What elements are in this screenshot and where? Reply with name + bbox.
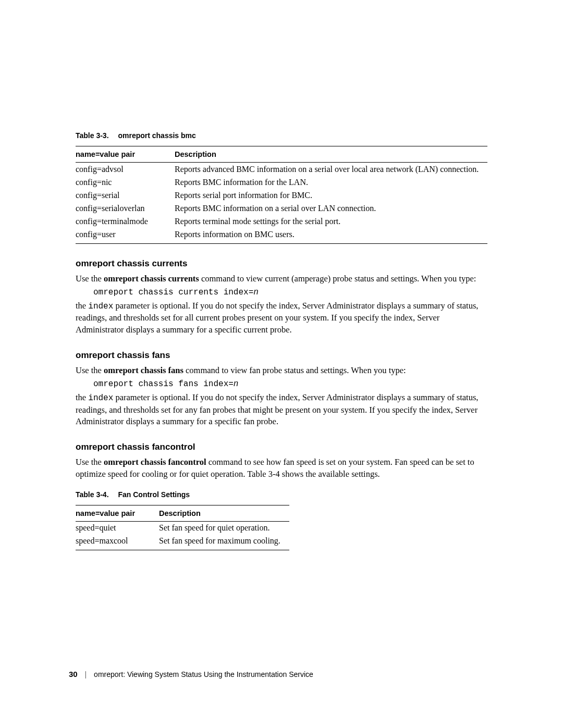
cell-name: config=user bbox=[76, 228, 175, 243]
table-3-4-head-desc: Description bbox=[159, 505, 289, 521]
table-row: config=serialoverlan Reports BMC informa… bbox=[76, 202, 487, 215]
cell-desc: Reports serial port information for BMC. bbox=[175, 189, 487, 202]
footer-text: omreport: Viewing System Status Using th… bbox=[94, 670, 313, 678]
code-text: omreport chassis fans index= bbox=[93, 379, 234, 389]
command-bold: omreport chassis fans bbox=[104, 365, 183, 375]
table-row: config=terminalmode Reports terminal mod… bbox=[76, 215, 487, 228]
table-3-4-title: Fan Control Settings bbox=[118, 490, 190, 499]
table-row: speed=quiet Set fan speed for quiet oper… bbox=[76, 521, 289, 535]
cell-desc: Set fan speed for quiet operation. bbox=[159, 521, 289, 535]
page-footer: 30 | omreport: Viewing System Status Usi… bbox=[69, 670, 313, 678]
text: Use the bbox=[76, 365, 104, 375]
section-fans-title: omreport chassis fans bbox=[76, 350, 487, 361]
table-row: config=advsol Reports advanced BMC infor… bbox=[76, 163, 487, 176]
text: Use the bbox=[76, 457, 104, 467]
table-row: config=user Reports information on BMC u… bbox=[76, 228, 487, 243]
table-3-4-head-name: name=value pair bbox=[76, 505, 159, 521]
table-3-4-number: Table 3-4. bbox=[76, 490, 109, 499]
cell-name: speed=quiet bbox=[76, 521, 159, 535]
section-fans-para2: the index parameter is optional. If you … bbox=[76, 392, 487, 427]
cell-desc: Reports terminal mode settings for the s… bbox=[175, 215, 487, 228]
cell-desc: Reports advanced BMC information on a se… bbox=[175, 163, 487, 176]
cell-desc: Reports BMC information on a serial over… bbox=[175, 202, 487, 215]
table-row: config=serial Reports serial port inform… bbox=[76, 189, 487, 202]
table-3-3-title: omreport chassis bmc bbox=[118, 131, 195, 140]
section-currents-title: omreport chassis currents bbox=[76, 258, 487, 269]
text: command to view fan probe status and set… bbox=[183, 365, 406, 375]
cell-desc: Reports BMC information for the LAN. bbox=[175, 176, 487, 189]
page-number: 30 bbox=[69, 670, 78, 678]
text: parameter is optional. If you do not spe… bbox=[76, 301, 479, 335]
section-fans-para1: Use the omreport chassis fans command to… bbox=[76, 365, 487, 376]
cell-desc: Set fan speed for maximum cooling. bbox=[159, 535, 289, 550]
table-3-4: name=value pair Description speed=quiet … bbox=[76, 505, 289, 551]
table-3-3-number: Table 3-3. bbox=[76, 131, 109, 140]
text: the bbox=[76, 301, 88, 311]
section-currents-para1: Use the omreport chassis currents comman… bbox=[76, 273, 487, 285]
table-row: config=nic Reports BMC information for t… bbox=[76, 176, 487, 189]
cell-name: config=terminalmode bbox=[76, 215, 175, 228]
section-fancontrol-para1: Use the omreport chassis fancontrol comm… bbox=[76, 456, 487, 480]
cell-name: config=advsol bbox=[76, 163, 175, 176]
section-currents-code: omreport chassis currents index=n bbox=[93, 288, 487, 297]
table-3-3-head-name: name=value pair bbox=[76, 146, 175, 163]
cell-name: config=serialoverlan bbox=[76, 202, 175, 215]
text: command to view current (amperage) probe… bbox=[199, 274, 476, 283]
code-var: n bbox=[234, 379, 239, 389]
section-fancontrol-title: omreport chassis fancontrol bbox=[76, 442, 487, 452]
cell-name: speed=maxcool bbox=[76, 535, 159, 550]
table-3-3: name=value pair Description config=advso… bbox=[76, 146, 487, 244]
footer-divider: | bbox=[85, 670, 87, 678]
cell-name: config=nic bbox=[76, 176, 175, 189]
cell-desc: Reports information on BMC users. bbox=[175, 228, 487, 243]
table-3-3-head-desc: Description bbox=[175, 146, 487, 163]
table-3-4-caption: Table 3-4. Fan Control Settings bbox=[76, 490, 487, 499]
text: the bbox=[76, 392, 88, 402]
command-bold: omreport chassis currents bbox=[104, 274, 199, 283]
page: Table 3-3. omreport chassis bmc name=val… bbox=[0, 0, 563, 728]
text: parameter is optional. If you do not spe… bbox=[76, 392, 479, 426]
code-text: omreport chassis currents index= bbox=[93, 288, 253, 297]
inline-code: index bbox=[88, 393, 113, 403]
section-fans-code: omreport chassis fans index=n bbox=[93, 379, 487, 389]
section-currents-para2: the index parameter is optional. If you … bbox=[76, 300, 487, 336]
inline-code: index bbox=[88, 302, 113, 311]
table-row: speed=maxcool Set fan speed for maximum … bbox=[76, 535, 289, 550]
text: Use the bbox=[76, 274, 104, 283]
command-bold: omreport chassis fancontrol bbox=[104, 457, 206, 467]
code-var: n bbox=[253, 288, 259, 297]
cell-name: config=serial bbox=[76, 189, 175, 202]
table-3-3-caption: Table 3-3. omreport chassis bmc bbox=[76, 131, 487, 140]
